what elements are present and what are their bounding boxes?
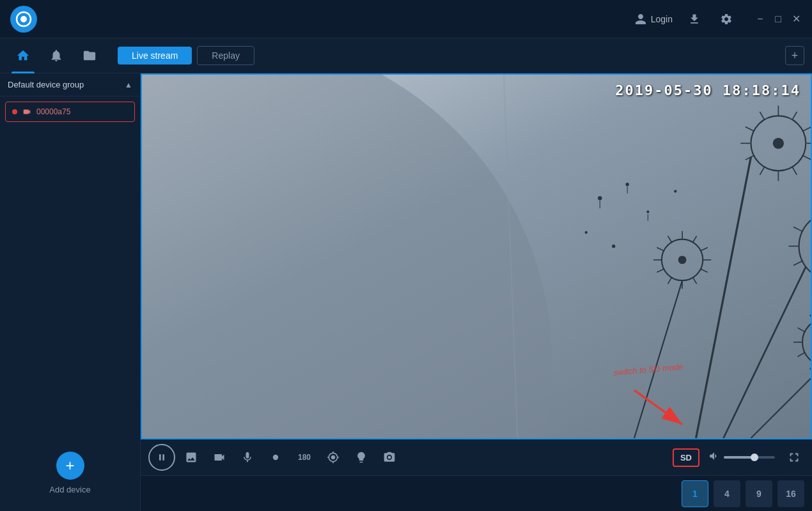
volume-area (708, 450, 775, 464)
app-logo (10, 6, 37, 33)
add-device-area: + Add device (0, 441, 140, 505)
bottom-bar: 1 4 9 16 (141, 475, 812, 511)
nav-files-tab[interactable] (73, 38, 106, 73)
chevron-up-icon: ▲ (125, 80, 132, 89)
sd-quality-badge[interactable]: SD (673, 448, 699, 467)
svg-point-68 (585, 231, 588, 234)
ptz-button[interactable] (321, 445, 345, 469)
svg-point-70 (674, 190, 676, 192)
view-9-button[interactable]: 9 (746, 480, 772, 507)
add-device-button[interactable]: + (56, 452, 84, 480)
svg-point-65 (598, 196, 602, 200)
volume-slider[interactable] (724, 456, 775, 459)
video-area: 2019-05-30 18:18:14 switch to SD mode (141, 73, 812, 511)
download-button[interactable] (684, 9, 705, 29)
top-bar-right: Login − □ ✕ (634, 9, 802, 29)
svg-point-64 (678, 256, 687, 264)
device-status-dot (12, 109, 17, 114)
nav-row: Live stream Replay + (0, 38, 812, 73)
view-4-label: 4 (724, 489, 730, 499)
wide-angle-label: 180 (298, 453, 311, 462)
svg-point-66 (626, 183, 629, 186)
mic-button[interactable] (235, 445, 260, 469)
device-group-header[interactable]: Default device group ▲ (0, 73, 140, 96)
view-16-button[interactable]: 16 (777, 480, 804, 507)
top-bar: Login − □ ✕ (0, 0, 812, 38)
device-group-label: Default device group (8, 80, 84, 89)
pause-button[interactable] (148, 444, 175, 471)
light-button[interactable] (349, 445, 373, 469)
controls-bar: 180 SD (141, 439, 812, 475)
fullscreen-button[interactable] (784, 447, 804, 468)
view-1-button[interactable]: 1 (682, 480, 708, 507)
maximize-button[interactable]: □ (772, 13, 784, 25)
stream-tabs: Live stream Replay (118, 46, 254, 65)
device-item[interactable]: 00000a75 (5, 102, 135, 122)
volume-thumb (751, 454, 758, 461)
sidebar: Default device group ▲ 00000a75 + Add de… (0, 73, 141, 511)
svg-point-1 (20, 16, 27, 22)
cam-settings-button[interactable] (377, 445, 402, 469)
svg-point-76 (273, 455, 278, 460)
replay-tab[interactable]: Replay (197, 46, 254, 65)
screenshot-button[interactable] (179, 445, 203, 469)
view-16-label: 16 (786, 489, 796, 499)
add-view-button[interactable]: + (785, 46, 804, 65)
device-label: 00000a75 (36, 107, 70, 116)
volume-fill (724, 456, 752, 459)
svg-point-69 (612, 245, 615, 248)
device-camera-icon (22, 107, 31, 116)
nav-icons (6, 38, 106, 73)
volume-icon[interactable] (708, 450, 720, 464)
nav-alerts-tab[interactable] (40, 38, 73, 73)
svg-point-67 (646, 211, 649, 213)
view-4-button[interactable]: 4 (714, 480, 740, 507)
login-label: Login (651, 14, 673, 24)
minimize-button[interactable]: − (754, 13, 766, 25)
window-controls: − □ ✕ (754, 13, 802, 25)
settings-button[interactable] (716, 9, 737, 29)
svg-point-19 (773, 138, 784, 149)
camera-timestamp: 2019-05-30 18:18:14 (615, 82, 800, 98)
video-background: 2019-05-30 18:18:14 switch to SD mode (142, 75, 811, 438)
view-1-label: 1 (692, 489, 698, 499)
login-button[interactable]: Login (634, 13, 673, 26)
video-frame: 2019-05-30 18:18:14 switch to SD mode (141, 73, 812, 439)
main-content: Default device group ▲ 00000a75 + Add de… (0, 73, 812, 511)
camera-scene-svg (142, 75, 811, 438)
live-stream-tab[interactable]: Live stream (118, 47, 192, 65)
wide-angle-button[interactable]: 180 (292, 445, 317, 469)
add-device-label: Add device (49, 485, 90, 494)
record-button[interactable] (207, 445, 231, 469)
close-button[interactable]: ✕ (790, 13, 802, 25)
speaker-button[interactable] (263, 445, 288, 469)
nav-home-tab[interactable] (6, 38, 40, 73)
view-9-label: 9 (756, 489, 761, 499)
